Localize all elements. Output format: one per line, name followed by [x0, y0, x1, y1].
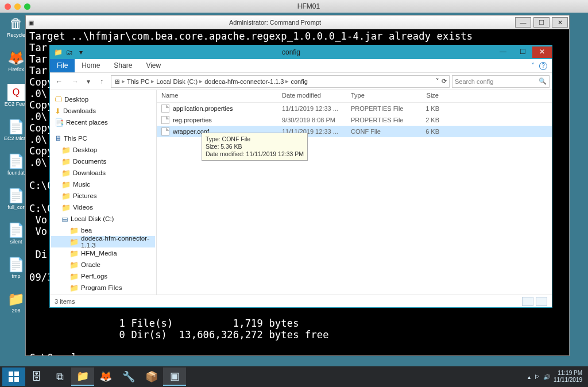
tab-file[interactable]: File	[50, 59, 75, 72]
task-firefox[interactable]: 🦊	[94, 367, 117, 386]
exp-max-button[interactable]: ☐	[513, 47, 532, 58]
mac-close[interactable]	[5, 3, 11, 10]
task-app1[interactable]: 🔧	[117, 367, 140, 386]
doc-icon: 📄	[7, 256, 25, 273]
doc-icon: 📄	[7, 118, 25, 136]
clock[interactable]: 11:19 PM 11/11/2019	[554, 370, 582, 384]
start-button[interactable]	[2, 367, 25, 386]
tree-item[interactable]: 📁PerfLogs	[51, 270, 155, 282]
task-app2[interactable]: 📦	[140, 367, 163, 386]
address-bar[interactable]: 🖥 ▸ This PC▸ Local Disk (C:)▸ dodeca-hfm…	[111, 75, 450, 88]
cmd-close-button[interactable]: ✕	[552, 17, 568, 28]
tab-view[interactable]: View	[139, 59, 168, 72]
col-size[interactable]: Size	[409, 90, 444, 102]
exp-min-button[interactable]: —	[493, 47, 513, 58]
tree-item[interactable]: 📁Pictures	[51, 190, 155, 202]
file-rows[interactable]: application.properties11/11/2019 12:33 .…	[157, 103, 552, 295]
task-powershell[interactable]: ⧉	[48, 367, 71, 386]
ribbon-expand-icon[interactable]: ˅	[531, 62, 535, 70]
exp-close-button[interactable]: ✕	[532, 47, 552, 58]
folder-icon: 📁	[69, 284, 79, 292]
qat-folder-icon[interactable]: 📁	[53, 48, 63, 57]
tree-item[interactable]: 📁dodeca-hfm-connector-1.1.3	[51, 236, 155, 247]
mac-max[interactable]	[24, 3, 30, 10]
status-text: 3 items	[55, 298, 75, 305]
tree-item[interactable]: ⬇Downloads	[51, 105, 155, 117]
tree-item[interactable]: 📁Videos	[51, 202, 155, 213]
folder-icon: 📁	[61, 157, 71, 166]
tree-item[interactable]: 📁Program Files	[51, 282, 155, 293]
taskbar[interactable]: 🗄 ⧉ 📁 🦊 🔧 📦 ▣ ▴ 🏳 🔊 11:19 PM 11/11/2019	[0, 366, 588, 387]
view-details-button[interactable]	[522, 297, 533, 306]
status-bar: 3 items	[50, 295, 552, 307]
search-input[interactable]: Search config 🔍	[452, 75, 550, 88]
col-date[interactable]: Date modified	[277, 90, 346, 102]
cmd-titlebar[interactable]: ▣ Administrator: Command Prompt — ☐ ✕	[26, 16, 569, 29]
tree-item[interactable]: 📁Desktop	[51, 144, 155, 156]
explorer-title: config	[89, 48, 493, 56]
cmd-title: Administrator: Command Prompt	[36, 19, 514, 26]
tray-flag-icon[interactable]: 🏳	[534, 374, 540, 380]
crumb[interactable]: Local Disk (C:)	[156, 78, 198, 85]
system-tray[interactable]: ▴ 🏳 🔊 11:19 PM 11/11/2019	[528, 370, 586, 384]
folder-icon: ⬇	[55, 107, 61, 115]
doc-icon: 📄	[7, 222, 25, 239]
qat-dropdown[interactable]: ▾	[76, 48, 86, 57]
col-name[interactable]: Name	[157, 90, 277, 102]
folder-icon: 📁	[69, 249, 79, 258]
folder-icon: 📁	[61, 192, 71, 200]
tree-thispc[interactable]: 🖥This PC	[51, 133, 155, 144]
crumb[interactable]: dodeca-hfm-connector-1.1.3	[204, 78, 284, 85]
file-list-pane: Name Date modified Type Size application…	[157, 90, 552, 295]
tree-item[interactable]: 🖵Desktop	[51, 94, 155, 105]
view-large-button[interactable]	[536, 297, 547, 306]
tree-item[interactable]: 📁bea	[51, 225, 155, 236]
folder-icon: 📁	[69, 226, 79, 235]
nav-back-button[interactable]: ←	[52, 75, 66, 88]
task-server-manager[interactable]: 🗄	[25, 367, 48, 386]
svg-rect-0	[9, 371, 13, 376]
file-row[interactable]: application.properties11/11/2019 12:33 .…	[157, 103, 552, 114]
folder-icon: 📑	[55, 118, 64, 127]
doc-icon: 📄	[7, 153, 25, 170]
tray-up-icon[interactable]: ▴	[528, 374, 531, 380]
folder-icon: 🖵	[55, 95, 62, 104]
nav-tree[interactable]: 🖵Desktop⬇Downloads📑Recent places🖥This PC…	[50, 90, 157, 295]
svg-rect-3	[14, 377, 19, 382]
nav-history-dropdown[interactable]: ▾	[84, 75, 92, 88]
folder-icon: 📁	[7, 291, 25, 308]
tree-item[interactable]: 📁Oracle	[51, 259, 155, 270]
qat-props-icon[interactable]: 🗂	[65, 48, 74, 57]
tree-item[interactable]: 📑Recent places	[51, 117, 155, 128]
cmd-max-button[interactable]: ☐	[533, 17, 550, 28]
cmd-min-button[interactable]: —	[515, 17, 531, 28]
tree-item[interactable]: 📁Downloads	[51, 167, 155, 179]
address-dropdown[interactable]: ˅	[434, 78, 442, 85]
refresh-icon[interactable]: ⟳	[442, 78, 447, 85]
nav-up-button[interactable]: ↑	[95, 75, 109, 88]
tab-home[interactable]: Home	[75, 59, 107, 72]
explorer-window[interactable]: 📁 🗂 ▾ config — ☐ ✕ File Home Share View …	[49, 45, 552, 308]
mac-min[interactable]	[14, 3, 21, 10]
nav-row: ← → ▾ ↑ 🖥 ▸ This PC▸ Local Disk (C:)▸ do…	[50, 73, 552, 90]
task-explorer[interactable]: 📁	[71, 367, 94, 386]
column-headers[interactable]: Name Date modified Type Size	[157, 90, 552, 103]
trash-icon: 🗑	[7, 15, 25, 32]
help-icon[interactable]: ?	[539, 62, 547, 70]
crumb[interactable]: This PC	[127, 78, 149, 85]
file-icon	[161, 127, 169, 136]
task-cmd[interactable]: ▣	[163, 367, 186, 386]
tree-item[interactable]: 📁Documents	[51, 156, 155, 167]
tree-drive[interactable]: 🖴Local Disk (C:)	[51, 213, 155, 225]
col-type[interactable]: Type	[346, 90, 409, 102]
file-row[interactable]: reg.properties9/30/2019 8:08 PMPROPERTIE…	[157, 114, 552, 126]
explorer-titlebar[interactable]: 📁 🗂 ▾ config — ☐ ✕	[50, 45, 552, 59]
tree-item[interactable]: 📁HFM_Media	[51, 247, 155, 259]
tab-share[interactable]: Share	[107, 59, 139, 72]
tray-volume-icon[interactable]: 🔊	[543, 374, 550, 380]
tree-item[interactable]: 📁Music	[51, 179, 155, 190]
crumb[interactable]: config	[291, 78, 307, 85]
desktop[interactable]: 🗑Recycle 🦊Firefox QEC2 Feed 📄EC2 Micro 📄…	[0, 13, 588, 366]
nav-fwd-button[interactable]: →	[68, 75, 82, 88]
svg-rect-1	[14, 371, 19, 376]
